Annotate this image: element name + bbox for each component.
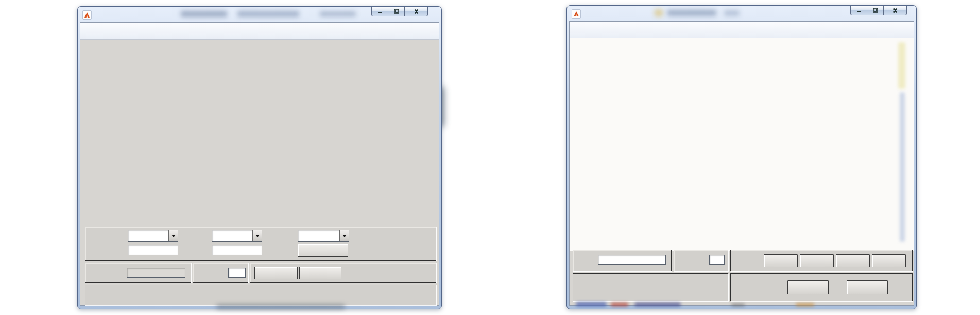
- background-blur: [611, 303, 628, 306]
- matlab-icon: [82, 10, 92, 20]
- background-blur: [655, 9, 663, 16]
- rule-headers: [574, 48, 876, 57]
- close-button[interactable]: [299, 267, 341, 279]
- header-rpn: [692, 48, 773, 57]
- header-rpncontrol: [795, 48, 876, 57]
- background-blur: [320, 11, 356, 16]
- background-blur: [576, 302, 607, 306]
- background-blur: [634, 303, 681, 306]
- background-blur: [731, 304, 745, 306]
- move-group: [730, 250, 913, 271]
- ref-input-group: [85, 263, 191, 283]
- status-bar: [85, 285, 436, 305]
- rule-viewer-menubar: [570, 22, 914, 39]
- background-blur: [181, 11, 227, 17]
- chevron-down-icon[interactable]: [168, 230, 178, 241]
- background-blur: [900, 92, 905, 242]
- background-blur: [216, 304, 345, 309]
- move-down-button[interactable]: [836, 254, 870, 267]
- maximize-button[interactable]: [388, 7, 405, 16]
- move-left-button[interactable]: [764, 254, 798, 267]
- chevron-down-icon[interactable]: [339, 230, 349, 241]
- plot-points-input[interactable]: [228, 268, 246, 278]
- close-button[interactable]: [405, 7, 428, 16]
- rule-viewer-titlebar[interactable]: [567, 6, 916, 21]
- chevron-down-icon[interactable]: [252, 230, 262, 241]
- x-input-dropdown[interactable]: [128, 230, 178, 242]
- plot-points-group: [193, 263, 248, 283]
- ref-input-field[interactable]: [127, 268, 185, 278]
- plot-points-input[interactable]: [709, 255, 725, 265]
- input-field[interactable]: [598, 255, 666, 265]
- x-grids-input[interactable]: [128, 245, 178, 255]
- background-blur: [898, 42, 905, 89]
- background-blur: [237, 11, 299, 17]
- status-bar: [573, 273, 728, 301]
- rule-rows: [574, 60, 876, 246]
- close-button[interactable]: [884, 6, 907, 15]
- desktop: { "left_window": { "title": "Surface Vie…: [0, 0, 980, 315]
- y-input-dropdown[interactable]: [212, 230, 262, 242]
- move-right-button[interactable]: [800, 254, 834, 267]
- help-button[interactable]: [254, 267, 298, 279]
- close-button[interactable]: [847, 280, 888, 294]
- background-blur: [724, 10, 740, 16]
- io-panel: [85, 227, 436, 261]
- surface-viewer-window: [77, 6, 442, 309]
- matlab-icon: [572, 9, 581, 19]
- background-blur: [667, 10, 716, 16]
- minimize-button[interactable]: [850, 6, 867, 15]
- surface-viewer-menubar: [80, 23, 439, 40]
- maximize-button[interactable]: [867, 6, 884, 15]
- y-grids-input[interactable]: [212, 245, 262, 255]
- rule-viewer-content: [569, 21, 914, 306]
- help-close-group: [730, 273, 913, 301]
- plot-points-group: [674, 250, 728, 271]
- z-output-dropdown[interactable]: [298, 230, 349, 242]
- rule-viewer-window: [566, 5, 917, 309]
- move-up-button[interactable]: [872, 254, 906, 267]
- minimize-button[interactable]: [371, 7, 388, 16]
- surface-plot[interactable]: [87, 40, 435, 224]
- help-close-group: [250, 263, 436, 283]
- background-blur: [796, 303, 814, 306]
- help-button[interactable]: [787, 280, 829, 294]
- surface-viewer-titlebar[interactable]: [78, 7, 441, 22]
- input-group: [573, 250, 672, 271]
- evaluate-button[interactable]: [298, 244, 348, 257]
- header-voltage: [589, 48, 670, 57]
- surface-viewer-content: [80, 22, 439, 306]
